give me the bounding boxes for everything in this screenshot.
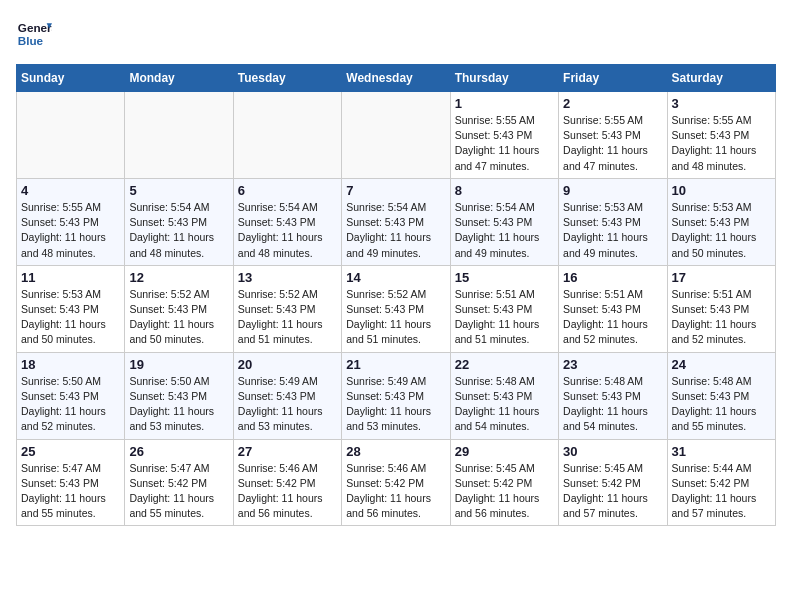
day-number: 30 — [563, 444, 662, 459]
day-number: 2 — [563, 96, 662, 111]
day-number: 26 — [129, 444, 228, 459]
logo-icon: General Blue — [16, 16, 52, 52]
day-info: Sunrise: 5:50 AMSunset: 5:43 PMDaylight:… — [129, 374, 228, 435]
day-info: Sunrise: 5:50 AMSunset: 5:43 PMDaylight:… — [21, 374, 120, 435]
calendar-cell: 20 Sunrise: 5:49 AMSunset: 5:43 PMDaylig… — [233, 352, 341, 439]
calendar-cell: 13 Sunrise: 5:52 AMSunset: 5:43 PMDaylig… — [233, 265, 341, 352]
day-number: 7 — [346, 183, 445, 198]
day-number: 3 — [672, 96, 771, 111]
day-info: Sunrise: 5:49 AMSunset: 5:43 PMDaylight:… — [346, 374, 445, 435]
day-number: 9 — [563, 183, 662, 198]
calendar-cell: 18 Sunrise: 5:50 AMSunset: 5:43 PMDaylig… — [17, 352, 125, 439]
calendar-cell: 25 Sunrise: 5:47 AMSunset: 5:43 PMDaylig… — [17, 439, 125, 526]
day-info: Sunrise: 5:51 AMSunset: 5:43 PMDaylight:… — [672, 287, 771, 348]
day-info: Sunrise: 5:49 AMSunset: 5:43 PMDaylight:… — [238, 374, 337, 435]
calendar-table: SundayMondayTuesdayWednesdayThursdayFrid… — [16, 64, 776, 526]
day-number: 13 — [238, 270, 337, 285]
svg-text:Blue: Blue — [18, 34, 44, 47]
day-number: 20 — [238, 357, 337, 372]
day-number: 5 — [129, 183, 228, 198]
day-number: 21 — [346, 357, 445, 372]
day-info: Sunrise: 5:48 AMSunset: 5:43 PMDaylight:… — [563, 374, 662, 435]
calendar-cell: 23 Sunrise: 5:48 AMSunset: 5:43 PMDaylig… — [559, 352, 667, 439]
calendar-week-row: 25 Sunrise: 5:47 AMSunset: 5:43 PMDaylig… — [17, 439, 776, 526]
day-number: 10 — [672, 183, 771, 198]
day-number: 15 — [455, 270, 554, 285]
day-number: 22 — [455, 357, 554, 372]
day-number: 8 — [455, 183, 554, 198]
day-header: Friday — [559, 65, 667, 92]
calendar-body: 1 Sunrise: 5:55 AMSunset: 5:43 PMDayligh… — [17, 92, 776, 526]
day-info: Sunrise: 5:46 AMSunset: 5:42 PMDaylight:… — [346, 461, 445, 522]
calendar-cell: 17 Sunrise: 5:51 AMSunset: 5:43 PMDaylig… — [667, 265, 775, 352]
calendar-cell — [125, 92, 233, 179]
day-info: Sunrise: 5:52 AMSunset: 5:43 PMDaylight:… — [346, 287, 445, 348]
calendar-cell: 29 Sunrise: 5:45 AMSunset: 5:42 PMDaylig… — [450, 439, 558, 526]
day-number: 16 — [563, 270, 662, 285]
day-number: 23 — [563, 357, 662, 372]
day-info: Sunrise: 5:55 AMSunset: 5:43 PMDaylight:… — [672, 113, 771, 174]
calendar-header-row: SundayMondayTuesdayWednesdayThursdayFrid… — [17, 65, 776, 92]
day-info: Sunrise: 5:53 AMSunset: 5:43 PMDaylight:… — [563, 200, 662, 261]
calendar-cell: 5 Sunrise: 5:54 AMSunset: 5:43 PMDayligh… — [125, 178, 233, 265]
calendar-week-row: 1 Sunrise: 5:55 AMSunset: 5:43 PMDayligh… — [17, 92, 776, 179]
day-info: Sunrise: 5:52 AMSunset: 5:43 PMDaylight:… — [129, 287, 228, 348]
day-number: 12 — [129, 270, 228, 285]
page-header: General Blue — [16, 16, 776, 52]
calendar-cell: 11 Sunrise: 5:53 AMSunset: 5:43 PMDaylig… — [17, 265, 125, 352]
calendar-cell: 21 Sunrise: 5:49 AMSunset: 5:43 PMDaylig… — [342, 352, 450, 439]
day-info: Sunrise: 5:48 AMSunset: 5:43 PMDaylight:… — [672, 374, 771, 435]
calendar-cell — [342, 92, 450, 179]
day-number: 6 — [238, 183, 337, 198]
day-info: Sunrise: 5:52 AMSunset: 5:43 PMDaylight:… — [238, 287, 337, 348]
calendar-cell: 28 Sunrise: 5:46 AMSunset: 5:42 PMDaylig… — [342, 439, 450, 526]
calendar-week-row: 11 Sunrise: 5:53 AMSunset: 5:43 PMDaylig… — [17, 265, 776, 352]
day-info: Sunrise: 5:48 AMSunset: 5:43 PMDaylight:… — [455, 374, 554, 435]
calendar-cell: 1 Sunrise: 5:55 AMSunset: 5:43 PMDayligh… — [450, 92, 558, 179]
day-number: 11 — [21, 270, 120, 285]
day-number: 24 — [672, 357, 771, 372]
day-header: Sunday — [17, 65, 125, 92]
calendar-cell — [17, 92, 125, 179]
calendar-cell: 22 Sunrise: 5:48 AMSunset: 5:43 PMDaylig… — [450, 352, 558, 439]
day-info: Sunrise: 5:45 AMSunset: 5:42 PMDaylight:… — [455, 461, 554, 522]
day-number: 18 — [21, 357, 120, 372]
day-info: Sunrise: 5:44 AMSunset: 5:42 PMDaylight:… — [672, 461, 771, 522]
day-header: Thursday — [450, 65, 558, 92]
day-number: 14 — [346, 270, 445, 285]
day-info: Sunrise: 5:47 AMSunset: 5:42 PMDaylight:… — [129, 461, 228, 522]
day-header: Saturday — [667, 65, 775, 92]
calendar-cell: 12 Sunrise: 5:52 AMSunset: 5:43 PMDaylig… — [125, 265, 233, 352]
day-info: Sunrise: 5:53 AMSunset: 5:43 PMDaylight:… — [21, 287, 120, 348]
day-number: 4 — [21, 183, 120, 198]
day-number: 28 — [346, 444, 445, 459]
calendar-cell: 6 Sunrise: 5:54 AMSunset: 5:43 PMDayligh… — [233, 178, 341, 265]
day-info: Sunrise: 5:51 AMSunset: 5:43 PMDaylight:… — [563, 287, 662, 348]
calendar-cell: 16 Sunrise: 5:51 AMSunset: 5:43 PMDaylig… — [559, 265, 667, 352]
day-info: Sunrise: 5:45 AMSunset: 5:42 PMDaylight:… — [563, 461, 662, 522]
day-number: 27 — [238, 444, 337, 459]
calendar-cell: 8 Sunrise: 5:54 AMSunset: 5:43 PMDayligh… — [450, 178, 558, 265]
calendar-cell: 9 Sunrise: 5:53 AMSunset: 5:43 PMDayligh… — [559, 178, 667, 265]
day-number: 19 — [129, 357, 228, 372]
day-info: Sunrise: 5:55 AMSunset: 5:43 PMDaylight:… — [563, 113, 662, 174]
day-number: 25 — [21, 444, 120, 459]
day-info: Sunrise: 5:46 AMSunset: 5:42 PMDaylight:… — [238, 461, 337, 522]
calendar-cell: 14 Sunrise: 5:52 AMSunset: 5:43 PMDaylig… — [342, 265, 450, 352]
day-header: Wednesday — [342, 65, 450, 92]
day-info: Sunrise: 5:54 AMSunset: 5:43 PMDaylight:… — [238, 200, 337, 261]
day-info: Sunrise: 5:47 AMSunset: 5:43 PMDaylight:… — [21, 461, 120, 522]
day-info: Sunrise: 5:55 AMSunset: 5:43 PMDaylight:… — [455, 113, 554, 174]
day-info: Sunrise: 5:54 AMSunset: 5:43 PMDaylight:… — [455, 200, 554, 261]
logo: General Blue — [16, 16, 52, 52]
calendar-cell: 4 Sunrise: 5:55 AMSunset: 5:43 PMDayligh… — [17, 178, 125, 265]
day-info: Sunrise: 5:53 AMSunset: 5:43 PMDaylight:… — [672, 200, 771, 261]
calendar-cell — [233, 92, 341, 179]
day-info: Sunrise: 5:55 AMSunset: 5:43 PMDaylight:… — [21, 200, 120, 261]
calendar-cell: 31 Sunrise: 5:44 AMSunset: 5:42 PMDaylig… — [667, 439, 775, 526]
calendar-cell: 10 Sunrise: 5:53 AMSunset: 5:43 PMDaylig… — [667, 178, 775, 265]
calendar-week-row: 4 Sunrise: 5:55 AMSunset: 5:43 PMDayligh… — [17, 178, 776, 265]
day-info: Sunrise: 5:54 AMSunset: 5:43 PMDaylight:… — [129, 200, 228, 261]
day-header: Monday — [125, 65, 233, 92]
day-info: Sunrise: 5:51 AMSunset: 5:43 PMDaylight:… — [455, 287, 554, 348]
